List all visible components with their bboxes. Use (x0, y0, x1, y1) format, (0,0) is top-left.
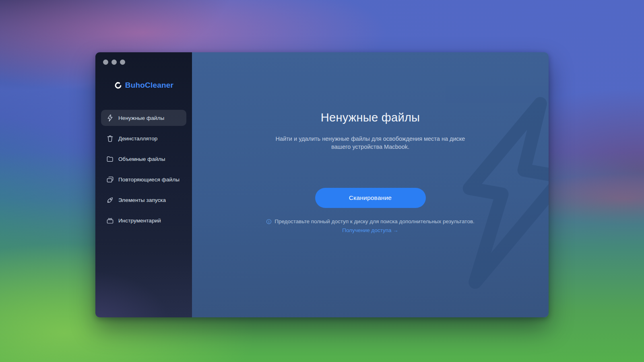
full-disk-access-note: Предоставьте полный доступ к диску для п… (192, 218, 549, 224)
sidebar-item-label: Объемные файлы (118, 156, 165, 162)
sidebar-item-startup-items[interactable]: Элементы запуска (101, 192, 186, 208)
close-button[interactable] (103, 60, 108, 65)
sidebar-item-label: Повторяющиеся файлы (118, 177, 180, 183)
rocket-icon (106, 196, 114, 204)
sidebar-item-junk-files[interactable]: Ненужные файлы (101, 110, 186, 126)
window-controls (101, 60, 186, 65)
sidebar: BuhoCleaner Ненужные файлыДеинсталляторО… (95, 52, 192, 317)
zoom-button[interactable] (120, 60, 125, 65)
page-title: Ненужные файлы (192, 111, 549, 124)
lightning-icon (106, 114, 114, 122)
main-pane: Ненужные файлы Найти и удалить ненужные … (192, 52, 549, 317)
trash-icon (106, 135, 114, 142)
sidebar-item-label: Инструментарий (118, 218, 161, 224)
sidebar-item-label: Деинсталлятор (118, 136, 157, 142)
toolbox-icon (106, 217, 114, 224)
sidebar-nav: Ненужные файлыДеинсталляторОбъемные файл… (101, 110, 186, 228)
sidebar-item-uninstaller[interactable]: Деинсталлятор (101, 130, 186, 146)
get-access-link[interactable]: Получение доступа → (342, 227, 398, 233)
sidebar-item-large-files[interactable]: Объемные файлы (101, 151, 186, 167)
info-icon (266, 219, 272, 224)
app-logo-text: BuhoCleaner (125, 81, 173, 90)
buhocleaner-window: BuhoCleaner Ненужные файлыДеинсталляторО… (95, 52, 549, 317)
sidebar-item-toolkit[interactable]: Инструментарий (101, 212, 186, 228)
folder-icon (106, 155, 114, 163)
app-logo: BuhoCleaner (101, 81, 186, 90)
page-subtitle: Найти и удалить ненужные файлы для освоб… (269, 135, 472, 151)
duplicate-icon (106, 176, 114, 183)
minimize-button[interactable] (111, 60, 117, 65)
sidebar-item-label: Элементы запуска (118, 197, 166, 203)
full-disk-access-text: Предоставьте полный доступ к диску для п… (275, 218, 475, 224)
main-content: Ненужные файлы Найти и удалить ненужные … (192, 52, 549, 234)
buhocleaner-logo-icon (114, 81, 122, 90)
sidebar-item-duplicate-files[interactable]: Повторяющиеся файлы (101, 171, 186, 187)
sidebar-item-label: Ненужные файлы (118, 115, 164, 121)
scan-button[interactable]: Сканирование (315, 188, 426, 208)
